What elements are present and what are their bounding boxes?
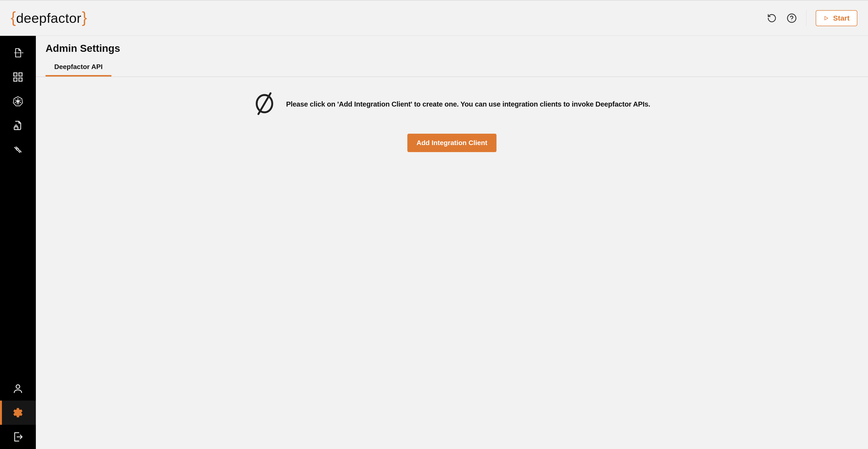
tab-content: Please click on 'Add Integration Client'… (36, 77, 868, 449)
body: Admin Settings Deepfactor API Please cli… (0, 36, 868, 449)
document-scan-icon (12, 47, 24, 58)
start-label: Start (833, 14, 849, 22)
sidebar-item-kubernetes[interactable] (0, 89, 36, 113)
plug-icon (12, 144, 24, 155)
sidebar (0, 36, 36, 449)
svg-point-18 (16, 385, 20, 388)
file-lock-icon (12, 120, 24, 131)
sidebar-item-integrations[interactable] (0, 137, 36, 162)
sidebar-spacer (0, 162, 36, 376)
svg-rect-3 (14, 73, 17, 76)
tab-deepfactor-api[interactable]: Deepfactor API (45, 59, 112, 76)
svg-rect-4 (19, 73, 22, 76)
brace-close: } (82, 8, 87, 26)
tab-label: Deepfactor API (54, 63, 103, 70)
grid-icon (12, 71, 24, 83)
refresh-button[interactable] (767, 13, 777, 24)
empty-state: Please click on 'Add Integration Client'… (254, 92, 650, 117)
page-title: Admin Settings (36, 36, 868, 59)
gear-icon (12, 407, 24, 418)
sidebar-item-insights[interactable] (0, 41, 36, 65)
play-icon (824, 15, 829, 21)
start-button[interactable]: Start (816, 10, 857, 26)
add-button-label: Add Integration Client (416, 139, 487, 147)
svg-rect-17 (16, 148, 19, 151)
empty-set-icon (254, 92, 275, 117)
user-icon (12, 383, 24, 394)
svg-rect-16 (14, 127, 18, 130)
topbar: { deepfactor } Start (0, 0, 868, 36)
topbar-right: Start (767, 10, 857, 26)
app-root: { deepfactor } Start (0, 0, 868, 449)
svg-point-1 (792, 20, 792, 21)
svg-rect-6 (19, 78, 22, 81)
sidebar-item-security[interactable] (0, 113, 36, 137)
kubernetes-icon (12, 96, 24, 107)
logout-icon (12, 431, 24, 443)
brace-open: { (11, 8, 16, 26)
brand-name: deepfactor (16, 10, 82, 26)
svg-point-0 (787, 14, 796, 22)
brand-logo: { deepfactor } (11, 9, 87, 27)
svg-rect-5 (14, 78, 17, 81)
sidebar-item-logout[interactable] (0, 425, 36, 449)
main: Admin Settings Deepfactor API Please cli… (36, 36, 868, 449)
tabs: Deepfactor API (36, 59, 868, 77)
svg-marker-2 (825, 16, 828, 20)
empty-message: Please click on 'Add Integration Client'… (286, 100, 650, 108)
add-integration-client-button[interactable]: Add Integration Client (407, 134, 496, 152)
sidebar-item-settings[interactable] (0, 400, 36, 425)
help-icon (786, 13, 797, 23)
sidebar-item-dashboard[interactable] (0, 65, 36, 89)
refresh-icon (767, 13, 777, 23)
help-button[interactable] (786, 13, 797, 24)
sidebar-item-user[interactable] (0, 376, 36, 400)
